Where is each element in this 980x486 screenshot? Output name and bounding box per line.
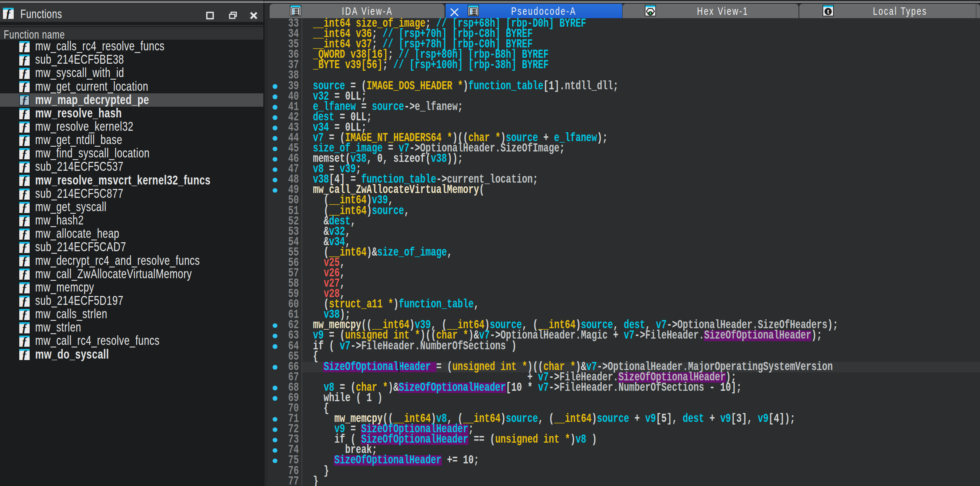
svg-text:t: t [827, 8, 830, 15]
